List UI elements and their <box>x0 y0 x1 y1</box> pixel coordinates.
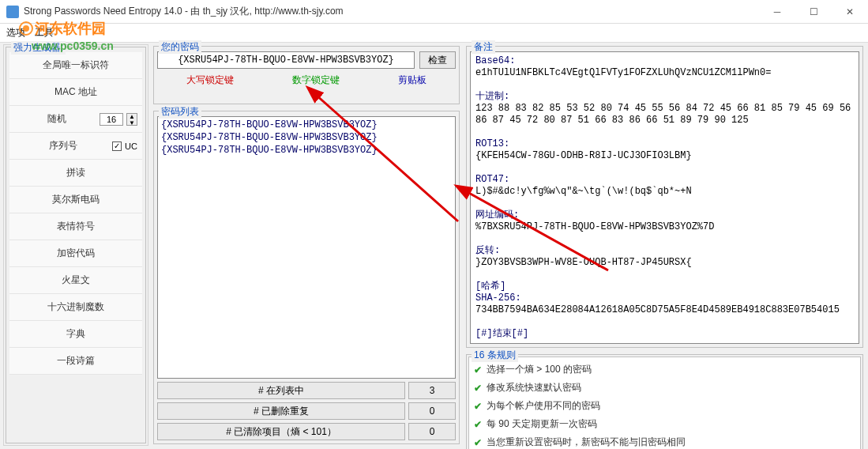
remarks-line: 十进制: <box>475 91 854 103</box>
rule-item: ✔选择一个熵 > 100 的密码 <box>474 360 855 379</box>
uc-checkbox[interactable]: ✓ <box>112 141 122 151</box>
rule-item: ✔为每个帐户使用不同的密码 <box>474 397 855 415</box>
stat-label-2: # 已清除项目（熵 < 101） <box>157 423 405 440</box>
remarks-line: [哈希] <box>475 281 854 292</box>
sidebar-item-label: 表情符号 <box>14 220 137 233</box>
menu-tools[interactable]: 工具 <box>35 26 54 40</box>
sidebar-item-2[interactable]: 随机16▲▼ <box>9 106 142 133</box>
remarks-line <box>475 162 854 174</box>
sidebar-item-label: 一段诗篇 <box>14 354 137 368</box>
sidebar-item-label: 序列号 <box>14 139 112 153</box>
sidebar-item-7[interactable]: 加密代码 <box>9 240 142 267</box>
remarks-line: Base64: <box>475 55 854 67</box>
rule-text: 为每个帐户使用不同的密码 <box>487 399 600 413</box>
list-item[interactable]: {XSRU54PJ-78TH-BQUO-E8VW-HPW3BSVB3YOZ} <box>161 144 452 157</box>
password-input[interactable]: {XSRU54PJ-78TH-BQUO-E8VW-HPW3BSVB3YOZ} <box>157 51 415 69</box>
stat-value-1: 0 <box>408 402 456 420</box>
numlock-indicator: 数字锁定键 <box>292 74 340 87</box>
rule-text: 修改系统快速默认密码 <box>487 381 581 394</box>
uc-label: UC <box>125 141 137 151</box>
sidebar-item-label: 字典 <box>14 327 137 341</box>
remarks-line: [#]结束[#] <box>475 328 854 340</box>
rule-text: 每 90 天定期更新一次密码 <box>487 417 597 431</box>
stat-label-1: # 已删除重复 <box>157 402 405 420</box>
app-icon <box>6 6 19 18</box>
remarks-line: SHA-256: <box>475 292 854 304</box>
remarks-line: }ZOY3BVSB3WPH-WV8E-OUQB-HT87-JP45URSX{ <box>475 257 854 269</box>
remarks-line: ROT47: <box>475 174 854 186</box>
sidebar-item-label: 随机 <box>14 112 100 126</box>
check-icon: ✔ <box>474 364 482 375</box>
minimize-button[interactable]: ─ <box>759 0 795 24</box>
menu-bar: 选项 工具 <box>0 24 868 43</box>
random-length-spinner[interactable]: 16 <box>100 113 123 126</box>
remarks-line: {KFEH54CW-78GU-ODHB-R8IJ-UCJ3OFIO3LBM} <box>475 150 854 162</box>
remarks-line <box>475 269 854 281</box>
password-group-label: 您的密码 <box>159 40 201 54</box>
remarks-line: e1hTUlU1NFBKLTc4VEgtQlFVTy1FOFZXLUhQVzNC… <box>475 67 854 79</box>
remarks-line <box>475 233 854 245</box>
check-icon: ✔ <box>474 437 482 448</box>
remarks-line: 反转: <box>475 245 854 257</box>
remarks-line <box>475 316 854 328</box>
check-icon: ✔ <box>474 419 482 430</box>
clipboard-indicator[interactable]: 剪贴板 <box>398 74 426 87</box>
maximize-button[interactable]: ☐ <box>795 0 832 24</box>
sidebar-item-8[interactable]: 火星文 <box>9 267 142 294</box>
check-icon: ✔ <box>474 383 482 394</box>
sidebar-item-11[interactable]: 一段诗篇 <box>9 348 142 375</box>
list-group-label: 密码列表 <box>159 105 201 119</box>
list-item[interactable]: {XSRU54PJ-78TH-BQUO-E8VW-HPW3BSVB3YOZ} <box>161 131 452 144</box>
title-bar: Strong Passwords Need Entropy 14.0 - 由 t… <box>0 0 868 24</box>
stat-value-2: 0 <box>408 423 456 440</box>
list-item[interactable]: {XSRU54PJ-78TH-BQUO-E8VW-HPW3BSVB3YOZ} <box>161 119 452 131</box>
menu-options[interactable]: 选项 <box>6 26 25 40</box>
sidebar-item-label: 全局唯一标识符 <box>14 58 137 72</box>
rule-text: 当您重新设置密码时，新密码不能与旧密码相同 <box>487 436 686 449</box>
rule-text: 选择一个熵 > 100 的密码 <box>487 363 592 376</box>
check-icon: ✔ <box>474 401 482 412</box>
remarks-group-label: 备注 <box>472 40 495 54</box>
remarks-line: %7BXSRU54PJ-78TH-BQUO-E8VW-HPW3BSVB3YOZ%… <box>475 221 854 233</box>
rules-group-label: 16 条规则 <box>472 349 518 362</box>
sidebar-item-4[interactable]: 拼读 <box>9 160 142 187</box>
remarks-line <box>475 198 854 209</box>
close-button[interactable]: ✕ <box>832 0 868 24</box>
sidebar-item-label: 拼读 <box>14 166 137 179</box>
capslock-indicator: 大写锁定键 <box>186 74 234 87</box>
sidebar-item-1[interactable]: MAC 地址 <box>9 79 142 106</box>
sidebar-item-0[interactable]: 全局唯一标识符 <box>9 52 142 79</box>
sidebar-item-9[interactable]: 十六进制魔数 <box>9 294 142 321</box>
generator-group-label: 强力生成器: <box>11 41 66 55</box>
remarks-line <box>475 126 854 138</box>
window-title: Strong Passwords Need Entropy 14.0 - 由 t… <box>24 5 344 18</box>
sidebar-item-label: 加密代码 <box>14 247 137 260</box>
rule-item: ✔修改系统快速默认密码 <box>474 379 855 397</box>
sidebar-item-10[interactable]: 字典 <box>9 321 142 348</box>
sidebar-item-label: 火星文 <box>14 274 137 287</box>
rule-item: ✔每 90 天定期更新一次密码 <box>474 415 855 433</box>
remarks-line: L)$#&dc!y\fg%w\q"&~\tg`(\w!(bq$`qb*~+N <box>475 186 854 198</box>
remarks-line: ROT13: <box>475 138 854 150</box>
sidebar-item-5[interactable]: 莫尔斯电码 <box>9 187 142 213</box>
sidebar-item-6[interactable]: 表情符号 <box>9 213 142 240</box>
sidebar-item-label: 十六进制魔数 <box>14 300 137 314</box>
sidebar-item-3[interactable]: 序列号✓UC <box>9 133 142 160</box>
stat-label-0: # 在列表中 <box>157 382 405 399</box>
sidebar-item-label: MAC 地址 <box>14 85 137 99</box>
remarks-line: 网址编码: <box>475 209 854 221</box>
remarks-line <box>475 79 854 91</box>
rule-item: ✔当您重新设置密码时，新密码不能与旧密码相同 <box>474 433 855 449</box>
check-button[interactable]: 检查 <box>419 51 456 69</box>
sidebar-item-label: 莫尔斯电码 <box>14 193 137 206</box>
remarks-textbox[interactable]: Base64:e1hTUlU1NFBKLTc4VEgtQlFVTy1FOFZXL… <box>470 51 859 344</box>
password-listbox[interactable]: {XSRU54PJ-78TH-BQUO-E8VW-HPW3BSVB3YOZ}{X… <box>157 116 456 379</box>
stat-value-0: 3 <box>408 382 456 399</box>
rules-listbox[interactable]: ✔选择一个熵 > 100 的密码✔修改系统快速默认密码✔为每个帐户使用不同的密码… <box>468 357 861 449</box>
remarks-line: 123 88 83 82 85 53 52 80 74 45 55 56 84 … <box>475 103 854 126</box>
remarks-line: 734BB7594BA634E28084A12618A05C8D75A5F8E4… <box>475 304 854 316</box>
spin-up-icon[interactable]: ▲▼ <box>126 113 137 126</box>
